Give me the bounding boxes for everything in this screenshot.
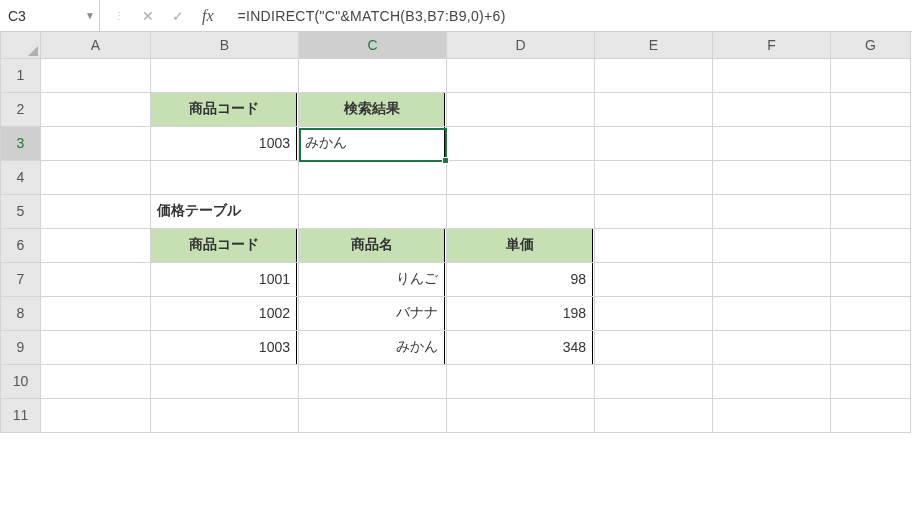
cell-F1[interactable] (713, 58, 831, 92)
cell-E3[interactable] (595, 126, 713, 160)
row-header-7[interactable]: 7 (1, 262, 41, 296)
cell-G2[interactable] (831, 92, 911, 126)
col-header-B[interactable]: B (151, 32, 299, 58)
cell-C6[interactable]: 商品名 (299, 228, 447, 262)
cell-G9[interactable] (831, 330, 911, 364)
cell-D3[interactable] (447, 126, 595, 160)
cell-C9[interactable]: みかん (299, 330, 447, 364)
cell-D7[interactable]: 98 (447, 262, 595, 296)
cell-G10[interactable] (831, 364, 911, 398)
cell-F8[interactable] (713, 296, 831, 330)
cell-A1[interactable] (41, 58, 151, 92)
name-box[interactable]: C3 ▼ (0, 0, 100, 31)
col-header-E[interactable]: E (595, 32, 713, 58)
cell-G7[interactable] (831, 262, 911, 296)
cell-D4[interactable] (447, 160, 595, 194)
cell-C2[interactable]: 検索結果 (299, 92, 447, 126)
cell-E2[interactable] (595, 92, 713, 126)
cell-E8[interactable] (595, 296, 713, 330)
row-header-8[interactable]: 8 (1, 296, 41, 330)
cell-A10[interactable] (41, 364, 151, 398)
cell-G8[interactable] (831, 296, 911, 330)
cell-F4[interactable] (713, 160, 831, 194)
col-header-A[interactable]: A (41, 32, 151, 58)
cell-B3[interactable]: 1003 (151, 126, 299, 160)
cell-F6[interactable] (713, 228, 831, 262)
cell-C10[interactable] (299, 364, 447, 398)
cell-A8[interactable] (41, 296, 151, 330)
row-header-1[interactable]: 1 (1, 58, 41, 92)
cell-A11[interactable] (41, 398, 151, 432)
cell-B1[interactable] (151, 58, 299, 92)
spreadsheet-grid[interactable]: A B C D E F G 1 2 商品コード 検索結果 3 1003 みかん … (0, 32, 912, 433)
cell-A7[interactable] (41, 262, 151, 296)
row-header-5[interactable]: 5 (1, 194, 41, 228)
cell-F11[interactable] (713, 398, 831, 432)
cell-B2[interactable]: 商品コード (151, 92, 299, 126)
formula-input[interactable]: =INDIRECT("C"&MATCH(B3,B7:B9,0)+6) (228, 8, 912, 24)
cell-E4[interactable] (595, 160, 713, 194)
select-all-corner[interactable] (1, 32, 41, 58)
cell-F3[interactable] (713, 126, 831, 160)
cell-G4[interactable] (831, 160, 911, 194)
cell-D2[interactable] (447, 92, 595, 126)
enter-icon[interactable]: ✓ (172, 8, 184, 24)
row-header-11[interactable]: 11 (1, 398, 41, 432)
cell-E5[interactable] (595, 194, 713, 228)
col-header-G[interactable]: G (831, 32, 911, 58)
expand-icon[interactable]: ⋮ (114, 10, 124, 21)
cell-G11[interactable] (831, 398, 911, 432)
cell-C5[interactable] (299, 194, 447, 228)
cell-D8[interactable]: 198 (447, 296, 595, 330)
cancel-icon[interactable]: ✕ (142, 8, 154, 24)
cell-D1[interactable] (447, 58, 595, 92)
cell-D11[interactable] (447, 398, 595, 432)
cell-A6[interactable] (41, 228, 151, 262)
cell-A5[interactable] (41, 194, 151, 228)
cell-B6[interactable]: 商品コード (151, 228, 299, 262)
cell-C3[interactable]: みかん (299, 126, 447, 160)
row-header-9[interactable]: 9 (1, 330, 41, 364)
col-header-C[interactable]: C (299, 32, 447, 58)
cell-C4[interactable] (299, 160, 447, 194)
cell-B5[interactable]: 価格テーブル (151, 194, 299, 228)
cell-G3[interactable] (831, 126, 911, 160)
cell-C1[interactable] (299, 58, 447, 92)
cell-A2[interactable] (41, 92, 151, 126)
cell-C7[interactable]: りんご (299, 262, 447, 296)
cell-D5[interactable] (447, 194, 595, 228)
cell-G6[interactable] (831, 228, 911, 262)
cell-A4[interactable] (41, 160, 151, 194)
cell-A3[interactable] (41, 126, 151, 160)
row-header-3[interactable]: 3 (1, 126, 41, 160)
cell-G5[interactable] (831, 194, 911, 228)
cell-E1[interactable] (595, 58, 713, 92)
fx-icon[interactable]: fx (202, 7, 214, 25)
cell-D10[interactable] (447, 364, 595, 398)
row-header-10[interactable]: 10 (1, 364, 41, 398)
cell-F7[interactable] (713, 262, 831, 296)
cell-F2[interactable] (713, 92, 831, 126)
cell-A9[interactable] (41, 330, 151, 364)
cell-E10[interactable] (595, 364, 713, 398)
cell-E7[interactable] (595, 262, 713, 296)
cell-E6[interactable] (595, 228, 713, 262)
cell-B9[interactable]: 1003 (151, 330, 299, 364)
cell-D9[interactable]: 348 (447, 330, 595, 364)
row-header-4[interactable]: 4 (1, 160, 41, 194)
cell-B10[interactable] (151, 364, 299, 398)
cell-E9[interactable] (595, 330, 713, 364)
cell-E11[interactable] (595, 398, 713, 432)
col-header-D[interactable]: D (447, 32, 595, 58)
cell-F5[interactable] (713, 194, 831, 228)
cell-B7[interactable]: 1001 (151, 262, 299, 296)
cell-C11[interactable] (299, 398, 447, 432)
name-box-dropdown-icon[interactable]: ▼ (85, 10, 95, 21)
cell-B11[interactable] (151, 398, 299, 432)
cell-D6[interactable]: 単価 (447, 228, 595, 262)
cell-F9[interactable] (713, 330, 831, 364)
cell-B8[interactable]: 1002 (151, 296, 299, 330)
cell-F10[interactable] (713, 364, 831, 398)
cell-B4[interactable] (151, 160, 299, 194)
row-header-6[interactable]: 6 (1, 228, 41, 262)
